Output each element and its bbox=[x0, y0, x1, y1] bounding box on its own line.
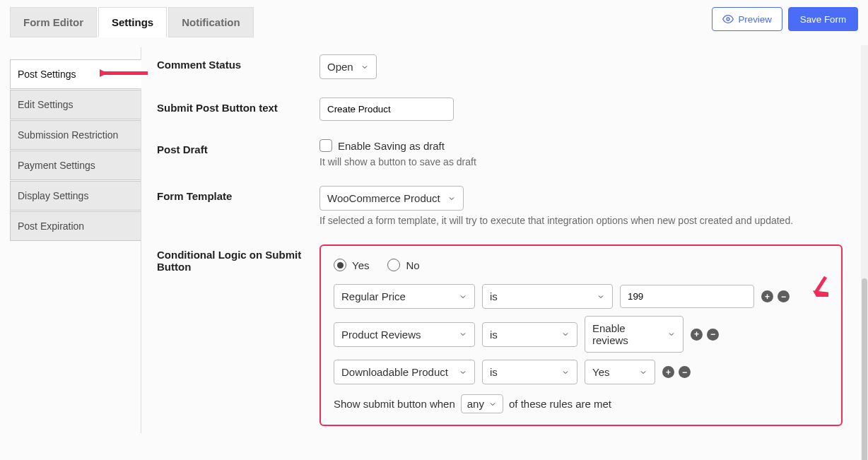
rule-add-button[interactable]: + bbox=[691, 329, 703, 341]
row-comment-status: Comment Status Open bbox=[157, 54, 843, 79]
label-form-template: Form Template bbox=[157, 186, 319, 202]
rule-value-select[interactable]: Yes bbox=[585, 360, 655, 384]
chevron-down-icon bbox=[459, 368, 467, 377]
tab-settings[interactable]: Settings bbox=[98, 7, 167, 37]
rule-row: Product Reviews is Enable reviews + bbox=[334, 316, 828, 353]
draft-checkbox[interactable] bbox=[319, 139, 332, 152]
rule-operator-select[interactable]: is bbox=[482, 360, 577, 384]
conditional-yes-radio[interactable] bbox=[334, 259, 346, 271]
form-template-value: WooCommerce Product bbox=[327, 192, 440, 204]
sidebar-item-post-expiration[interactable]: Post Expiration bbox=[10, 211, 141, 241]
comment-status-select[interactable]: Open bbox=[319, 54, 377, 79]
rule-field-select[interactable]: Regular Price bbox=[334, 284, 475, 309]
label-post-draft: Post Draft bbox=[157, 139, 319, 155]
plus-icon: + bbox=[765, 293, 770, 301]
submit-button-text-input[interactable] bbox=[319, 98, 454, 121]
form-template-help-text: If selected a form template, it will try… bbox=[319, 215, 843, 226]
label-comment-status: Comment Status bbox=[157, 54, 319, 71]
rule-add-button[interactable]: + bbox=[662, 366, 674, 378]
summary-post-text: of these rules are met bbox=[509, 398, 611, 410]
row-form-template: Form Template WooCommerce Product If sel… bbox=[157, 186, 843, 226]
label-submit-button-text: Submit Post Button text bbox=[157, 98, 319, 114]
rule-field-select[interactable]: Downloadable Product bbox=[334, 360, 475, 384]
rule-value: Enable reviews bbox=[592, 322, 663, 346]
comment-status-value: Open bbox=[327, 61, 353, 73]
rule-operator-value: is bbox=[490, 366, 498, 378]
summary-match-value: any bbox=[467, 398, 484, 410]
conditional-no-radio[interactable] bbox=[387, 259, 400, 271]
chevron-down-icon bbox=[597, 293, 605, 301]
form-template-select[interactable]: WooCommerce Product bbox=[319, 186, 464, 211]
sidebar-item-display-settings[interactable]: Display Settings bbox=[10, 181, 141, 211]
rule-operator-value: is bbox=[490, 329, 498, 341]
rule-value: Yes bbox=[592, 366, 609, 378]
plus-icon: + bbox=[666, 368, 671, 377]
rule-value-select[interactable]: Enable reviews bbox=[585, 316, 684, 353]
rule-operator-select[interactable]: is bbox=[482, 322, 577, 347]
rule-remove-button[interactable]: − bbox=[778, 290, 790, 302]
summary-pre-text: Show submit button when bbox=[334, 398, 455, 410]
conditional-summary: Show submit button when any of these rul… bbox=[334, 394, 828, 413]
chevron-down-icon bbox=[459, 330, 467, 338]
chevron-down-icon bbox=[561, 330, 570, 338]
rule-field-value: Product Reviews bbox=[341, 329, 421, 341]
minus-icon: − bbox=[682, 368, 687, 377]
tab-form-editor[interactable]: Form Editor bbox=[10, 7, 97, 37]
main-tabs: Form Editor Settings Notification bbox=[10, 7, 255, 37]
chevron-down-icon bbox=[667, 330, 676, 338]
eye-icon bbox=[722, 13, 734, 25]
top-bar: Form Editor Settings Notification Previe… bbox=[0, 0, 868, 37]
svg-point-0 bbox=[727, 18, 729, 20]
settings-sidebar: Post Settings Edit Settings Submission R… bbox=[10, 47, 141, 433]
top-actions: Preview Save Form bbox=[712, 7, 858, 31]
save-form-button[interactable]: Save Form bbox=[788, 7, 858, 31]
settings-content: Comment Status Open Submit Post Button t… bbox=[141, 47, 858, 433]
conditional-yes-label: Yes bbox=[352, 259, 369, 271]
preview-button[interactable]: Preview bbox=[712, 7, 782, 31]
chevron-down-icon bbox=[447, 194, 456, 203]
rule-field-value: Regular Price bbox=[341, 290, 406, 302]
summary-match-select[interactable]: any bbox=[461, 394, 503, 413]
chevron-down-icon bbox=[360, 63, 369, 71]
minus-icon: − bbox=[710, 330, 715, 338]
sidebar-item-submission-restriction[interactable]: Submission Restriction bbox=[10, 120, 141, 150]
row-post-draft: Post Draft Enable Saving as draft It wil… bbox=[157, 139, 843, 167]
draft-checkbox-label: Enable Saving as draft bbox=[338, 140, 445, 152]
tab-notification[interactable]: Notification bbox=[168, 7, 254, 37]
chevron-down-icon bbox=[459, 293, 467, 301]
sidebar-item-edit-settings[interactable]: Edit Settings bbox=[10, 90, 141, 119]
sidebar-item-payment-settings[interactable]: Payment Settings bbox=[10, 151, 141, 180]
chevron-down-icon bbox=[561, 368, 570, 377]
rule-remove-button[interactable]: − bbox=[707, 329, 719, 341]
sidebar-item-post-settings[interactable]: Post Settings bbox=[10, 59, 141, 89]
conditional-no-label: No bbox=[406, 259, 419, 271]
scrollbar-thumb[interactable] bbox=[862, 278, 867, 460]
rule-value-input[interactable] bbox=[620, 285, 754, 308]
conditional-enable-radio-group: Yes No bbox=[334, 259, 828, 271]
minus-icon: − bbox=[781, 293, 786, 301]
rule-row: Regular Price is + − bbox=[334, 284, 828, 309]
sidebar-spacer bbox=[10, 47, 141, 59]
rule-operator-value: is bbox=[490, 290, 498, 302]
chevron-down-icon bbox=[639, 368, 647, 377]
sidebar-item-label: Post Settings bbox=[18, 69, 76, 80]
row-submit-button-text: Submit Post Button text bbox=[157, 98, 843, 121]
row-conditional-logic: Conditional Logic on Submit Button Yes N bbox=[157, 244, 843, 426]
rule-operator-select[interactable]: is bbox=[482, 284, 613, 309]
plus-icon: + bbox=[694, 330, 699, 338]
draft-help-text: It will show a button to save as draft bbox=[319, 156, 843, 167]
label-conditional-logic: Conditional Logic on Submit Button bbox=[157, 244, 319, 273]
rule-field-select[interactable]: Product Reviews bbox=[334, 322, 475, 347]
rule-field-value: Downloadable Product bbox=[341, 366, 448, 378]
preview-label: Preview bbox=[738, 14, 771, 25]
chevron-down-icon bbox=[488, 400, 497, 408]
rule-row: Downloadable Product is Yes + bbox=[334, 360, 828, 384]
conditional-logic-box: Yes No Regular Price is bbox=[319, 244, 843, 426]
scrollbar[interactable] bbox=[861, 45, 868, 460]
rule-add-button[interactable]: + bbox=[761, 290, 773, 302]
rule-remove-button[interactable]: − bbox=[679, 366, 691, 378]
